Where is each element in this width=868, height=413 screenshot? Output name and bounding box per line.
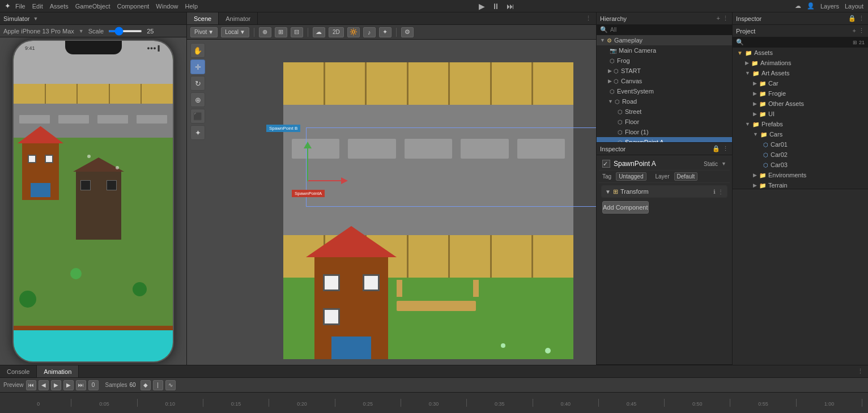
menu-assets[interactable]: Assets: [50, 3, 69, 10]
menu-file[interactable]: File: [15, 3, 25, 10]
proj-cars[interactable]: ▼ 📁 Cars: [733, 129, 868, 139]
proj-otherassets[interactable]: ▶ 📁 Other Assets: [733, 99, 868, 109]
road-tile-3: [78, 84, 110, 104]
proj-prefabs[interactable]: ▼ 📁 Prefabs: [733, 119, 868, 129]
inspector-menu-btn[interactable]: ⋮: [722, 145, 729, 152]
menu-window[interactable]: Window: [156, 3, 178, 10]
samples-value: 60: [129, 382, 135, 388]
rotate-tool[interactable]: ↻: [190, 76, 205, 91]
scale-tool[interactable]: ⊕: [190, 92, 205, 107]
menu-gameobject[interactable]: GameObject: [75, 3, 110, 10]
hier-road[interactable]: ▼ ⬡ Road: [597, 96, 732, 107]
proj-car[interactable]: ▶ 📁 Car: [733, 78, 868, 88]
hand-tool[interactable]: ✋: [190, 43, 205, 58]
layout-label[interactable]: Layout: [845, 3, 863, 10]
hierarchy-add-btn[interactable]: +: [717, 15, 720, 22]
inspector-active-checkbox[interactable]: ✓: [602, 160, 610, 168]
menu-component[interactable]: Component: [117, 3, 149, 10]
local-button[interactable]: Local ▼: [221, 27, 249, 37]
cloud-icon[interactable]: ☁: [795, 2, 801, 10]
proj-car03[interactable]: ⬡ Car03: [733, 160, 868, 170]
proj-ui[interactable]: ▶ 📁 UI: [733, 109, 868, 119]
project-menu-btn[interactable]: ⋮: [858, 27, 865, 35]
inspector-lock-btn[interactable]: 🔒: [712, 145, 720, 152]
anim-prev-frame[interactable]: ◀: [39, 380, 49, 390]
2d-button[interactable]: 2D: [329, 27, 344, 37]
transform-tool[interactable]: ✦: [190, 125, 205, 140]
scene-win-3: [323, 308, 340, 325]
anim-timeline[interactable]: 0 0:05 0:10 0:15 0:20 0:25 0:30 0:35 0:4…: [0, 393, 868, 413]
scale-slider[interactable]: [108, 30, 142, 32]
proj-car02[interactable]: ⬡ Car02: [733, 150, 868, 160]
step-button[interactable]: ⏭: [505, 2, 516, 11]
project-search-input[interactable]: [746, 39, 850, 45]
hier-spawna[interactable]: ⬡ SpawnPoint A: [597, 137, 732, 142]
hier-floor[interactable]: ⬡ Floor: [597, 117, 732, 127]
account-icon[interactable]: 👤: [807, 2, 815, 10]
proj-frogie[interactable]: ▶ 📁 Frogie: [733, 88, 868, 99]
tab-console[interactable]: Console: [0, 365, 37, 377]
project-add-btn[interactable]: +: [853, 27, 856, 35]
snap-icon-btn[interactable]: ⊞: [275, 27, 287, 37]
gizmos-btn[interactable]: ⚙: [401, 27, 414, 37]
anim-curves-btn[interactable]: ∿: [165, 380, 176, 390]
menu-edit[interactable]: Edit: [32, 3, 43, 10]
anim-add-event[interactable]: |: [153, 380, 163, 390]
lighting-btn[interactable]: 🔆: [347, 27, 360, 37]
proj-assets[interactable]: ▼ 📁 Assets: [733, 48, 868, 58]
tab-animation[interactable]: Animation: [37, 365, 79, 377]
view-options-btn[interactable]: ☁: [313, 27, 325, 37]
move-tool[interactable]: ✛: [190, 59, 205, 74]
rect-tool[interactable]: ⬛: [190, 109, 205, 124]
hier-start[interactable]: ▶ ⬡ START: [597, 66, 732, 76]
add-component-button[interactable]: Add Component: [602, 201, 649, 214]
bottom-panel-menu[interactable]: ⋮: [857, 365, 868, 377]
hier-eventsystem[interactable]: ⬡ EventSystem: [597, 86, 732, 96]
hierarchy-menu-btn[interactable]: ⋮: [722, 15, 729, 22]
hier-main-camera[interactable]: 📷 Main Camera: [597, 45, 732, 56]
proj-animations[interactable]: ▶ 📁 Animations: [733, 58, 868, 68]
grid-icon-btn[interactable]: ⊟: [291, 27, 303, 37]
scene-building-1: [314, 257, 388, 359]
fx-btn[interactable]: ✦: [379, 27, 392, 37]
tag-value[interactable]: Untagged: [616, 172, 646, 181]
tab-scene[interactable]: Scene: [187, 12, 219, 24]
transform-info-btn[interactable]: ℹ: [713, 189, 716, 195]
anim-next-keyframe[interactable]: ⏭: [76, 380, 86, 390]
anim-prev-keyframe[interactable]: ⏮: [26, 380, 36, 390]
anim-next-frame[interactable]: ▶: [63, 380, 74, 390]
inspector-far-menu[interactable]: ⋮: [858, 15, 865, 22]
anim-add-keyframe[interactable]: ◆: [141, 380, 151, 390]
move-icon-btn[interactable]: ⊕: [259, 27, 271, 37]
hier-floor-1[interactable]: ⬡ Floor (1): [597, 127, 732, 137]
device-dropdown-arrow[interactable]: ▼: [79, 28, 84, 34]
tab-animator[interactable]: Animator: [219, 12, 258, 24]
audio-btn[interactable]: ♪: [363, 27, 376, 37]
pause-button[interactable]: ⏸: [490, 2, 501, 11]
pivot-button[interactable]: Pivot ▼: [190, 27, 218, 37]
hier-frog[interactable]: ⬡ Frog: [597, 56, 732, 66]
transform-menu-btn[interactable]: ⋮: [718, 189, 724, 195]
inspector-static-arrow[interactable]: ▼: [721, 161, 726, 167]
proj-artassets[interactable]: ▼ 📁 Art Assets: [733, 68, 868, 78]
hier-gameplay[interactable]: ▼ ⚙ Gameplay: [597, 35, 732, 45]
scene-panel-menu[interactable]: ⋮: [585, 12, 596, 24]
play-button[interactable]: ▶: [477, 2, 487, 11]
transform-toggle[interactable]: ▼: [605, 189, 611, 195]
proj-environments[interactable]: ▶ 📁 Environments: [733, 170, 868, 180]
project-search-options[interactable]: ⊞ 21: [853, 40, 865, 45]
inspector-far-lock[interactable]: 🔒: [848, 15, 856, 22]
proj-terrain[interactable]: ▶ 📁 Terrain: [733, 180, 868, 189]
device-label[interactable]: Apple iPhone 13 Pro Max: [3, 28, 74, 35]
layer-value[interactable]: Default: [674, 172, 698, 181]
anim-loop-btn[interactable]: 0: [88, 380, 99, 390]
hierarchy-search-input[interactable]: [610, 27, 729, 33]
menu-help[interactable]: Help: [185, 3, 198, 10]
layers-label[interactable]: Layers: [820, 3, 839, 10]
proj-car01[interactable]: ⬡ Car01: [733, 139, 868, 150]
hier-canvas[interactable]: ▶ ⬡ Canvas: [597, 76, 732, 86]
hier-street[interactable]: ⬡ Street: [597, 107, 732, 117]
simulator-dropdown-arrow[interactable]: ▼: [33, 16, 38, 22]
canvas-icon: ⬡: [614, 78, 619, 84]
anim-play-btn[interactable]: ▶: [51, 380, 61, 390]
